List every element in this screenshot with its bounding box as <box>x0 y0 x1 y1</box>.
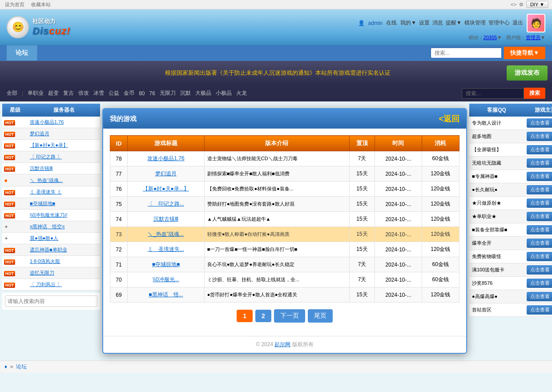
cat-fire[interactable]: 火龙 <box>236 89 247 97</box>
server-name-link[interactable]: ＼_热血"战魂... <box>30 178 63 183</box>
nav-quick-nav-btn[interactable]: 快捷导航▼ <box>504 47 545 59</box>
cat-gold[interactable]: 金币 <box>124 89 134 97</box>
sidebar-search-input[interactable] <box>5 295 97 307</box>
view-button[interactable]: 点击查看 <box>527 279 552 288</box>
cat-unlimited[interactable]: 无限刀 <box>160 89 176 97</box>
view-button[interactable]: 点击查看 <box>527 305 552 315</box>
footer-link[interactable]: 起尔网 <box>274 341 290 348</box>
server-name-link[interactable]: 〔 印记之路 〕 <box>30 154 62 159</box>
page-2-btn[interactable]: 2 <box>255 310 271 322</box>
view-button[interactable]: 点击查看 <box>527 132 552 141</box>
view-button[interactable]: 点击查看 <box>527 185 552 194</box>
game-title[interactable]: 梦幻追月 <box>128 166 205 182</box>
view-button[interactable]: 点击查看 <box>527 198 552 208</box>
cat-big[interactable]: 大极品 <box>195 89 211 97</box>
server-name-link[interactable]: 遗忘神器■单职业 <box>30 247 67 252</box>
cat-small[interactable]: 小极品 <box>216 89 232 97</box>
game-title-link[interactable]: ミ 圣境迷失... <box>148 246 184 252</box>
credits-link[interactable]: 20355 <box>484 35 497 40</box>
next-page-btn[interactable]: 下一页 <box>274 309 305 323</box>
admin-nav-link[interactable]: 管理中心 <box>488 19 510 27</box>
cat-ice[interactable]: 冰雪 <box>93 89 104 97</box>
cat-silent[interactable]: 沉默 <box>180 89 191 97</box>
server-name-cell[interactable]: 追忆无限刀 <box>28 267 100 279</box>
cat-multi[interactable]: 倍攻 <box>78 89 89 97</box>
page-1-btn[interactable]: 1 <box>237 310 253 322</box>
settings-nav-link[interactable]: 设置 <box>419 19 430 27</box>
view-button[interactable]: 点击查看 <box>527 265 552 275</box>
view-button[interactable]: 点击查看 <box>527 158 552 168</box>
cat-all[interactable]: 全部 <box>7 89 17 97</box>
server-name-link[interactable]: 追忆无限刀 <box>30 270 54 275</box>
game-publish-button[interactable]: 游戏发布 <box>507 65 548 81</box>
last-page-btn[interactable]: 尾页 <box>308 309 333 323</box>
server-name-link[interactable]: 〔 刀剑风云 〕 <box>30 282 62 287</box>
set-home-link[interactable]: 设为首页 <box>5 2 24 7</box>
server-name-cell[interactable]: 1·8·0清风火龍 <box>28 256 100 267</box>
game-title[interactable]: ■夺城掠地■ <box>128 257 205 272</box>
game-title[interactable]: 〔 印记之路... <box>128 197 205 212</box>
view-button[interactable]: 点击查看 <box>527 172 552 181</box>
server-name-link[interactable]: 【新●封●天●录】 <box>30 142 68 148</box>
breadcrumb-forum[interactable]: 论坛 <box>16 364 27 370</box>
server-name-cell[interactable]: 梦幻追月 <box>28 128 100 140</box>
view-button[interactable]: 点击查看 <box>527 252 552 261</box>
game-title-link[interactable]: 〔 印记之路... <box>148 201 184 207</box>
server-name-link[interactable]: \\0冲包服光速刀// <box>30 212 67 218</box>
game-title[interactable]: ■黑神话ゞ悟... <box>128 287 205 303</box>
server-name-link[interactable]: 晨●强●散●人 <box>30 235 58 241</box>
game-title-link[interactable]: ＼_热血"战魂... <box>148 231 184 237</box>
usergroup-link[interactable]: 管理员 <box>526 35 540 40</box>
cat-retro[interactable]: 复古 <box>63 89 74 97</box>
server-name-cell[interactable]: 沉默古镇Ⅲ <box>28 163 100 174</box>
view-button[interactable]: 点击查看 <box>527 212 552 221</box>
server-name-cell[interactable]: 【新●封●天●录】 <box>28 140 100 151</box>
view-button[interactable]: 点击查看 <box>527 145 552 154</box>
server-name-cell[interactable]: ■夺城掠地■ <box>28 198 100 210</box>
breadcrumb-home[interactable]: ♦ <box>4 364 7 370</box>
server-name-cell[interactable]: ミ 圣境迷失 ミ <box>28 186 100 198</box>
cat-search-button[interactable]: 搜索 <box>524 88 545 99</box>
game-title-link[interactable]: 【新●封●天●录...】 <box>143 186 189 192</box>
game-title-link[interactable]: \\0冲服光... <box>153 276 179 283</box>
game-title-link[interactable]: ■夺城掠地■ <box>152 261 180 267</box>
view-button[interactable]: 点击查看 <box>527 118 552 128</box>
game-title[interactable]: 沉默古镇Ⅲ <box>128 212 205 227</box>
remind-nav-link[interactable]: 提醒▼ <box>446 19 462 27</box>
game-title[interactable]: ミ 圣境迷失... <box>128 242 205 257</box>
server-name-cell[interactable]: ≡黑神话ゞ悟空≡ <box>28 221 100 233</box>
view-button[interactable]: 点击查看 <box>527 292 552 301</box>
game-title-link[interactable]: 沉默古镇Ⅲ <box>153 216 178 222</box>
server-name-cell[interactable]: 晨●强●散●人 <box>28 233 100 244</box>
server-name-link[interactable]: ≡黑神话ゞ悟空≡ <box>30 224 65 229</box>
server-name-link[interactable]: 攻速小极品1.76 <box>30 119 64 125</box>
cat-76[interactable]: 76 <box>149 90 155 97</box>
forum-tab[interactable]: 论坛 <box>7 45 37 61</box>
game-title-link[interactable]: ■黑神话ゞ悟... <box>149 291 183 298</box>
server-name-link[interactable]: ミ 圣境迷失 ミ <box>30 189 62 194</box>
bookmark-link[interactable]: 收藏本站 <box>31 2 51 7</box>
message-nav-link[interactable]: 消息 <box>432 19 443 27</box>
cat-search-input[interactable] <box>462 88 524 99</box>
cat-80[interactable]: 80 <box>139 90 145 97</box>
cat-super[interactable]: 超变 <box>48 89 59 97</box>
my-nav-link[interactable]: 我的▼ <box>400 19 416 27</box>
module-nav-link[interactable]: 模块管理 <box>464 19 486 27</box>
server-name-cell[interactable]: 攻速小极品1.76 <box>28 117 100 128</box>
game-title[interactable]: 攻速小极品1.76 <box>128 151 205 166</box>
view-button[interactable]: 点击查看 <box>527 238 552 248</box>
server-name-link[interactable]: ■夺城掠地■ <box>30 201 55 206</box>
logout-nav-link[interactable]: 退出 <box>512 19 523 27</box>
game-title-link[interactable]: 梦幻追月 <box>155 170 177 177</box>
game-title[interactable]: \\0冲服光... <box>128 272 205 287</box>
server-name-link[interactable]: 梦幻追月 <box>30 131 49 136</box>
username-link[interactable]: admin <box>368 20 383 26</box>
cat-public[interactable]: 公益 <box>109 89 119 97</box>
game-title[interactable]: ＼_热血"战魂... <box>128 227 205 242</box>
server-name-link[interactable]: 1·8·0清风火龍 <box>30 259 60 264</box>
game-title-link[interactable]: 攻速小极品1.76 <box>147 155 184 162</box>
game-title[interactable]: 【新●封●天●录...】 <box>128 182 205 197</box>
server-name-cell[interactable]: 〔 刀剑风云 〕 <box>28 279 100 291</box>
modal-back-link[interactable]: <返回 <box>439 113 459 124</box>
server-name-cell[interactable]: 遗忘神器■单职业 <box>28 244 100 256</box>
